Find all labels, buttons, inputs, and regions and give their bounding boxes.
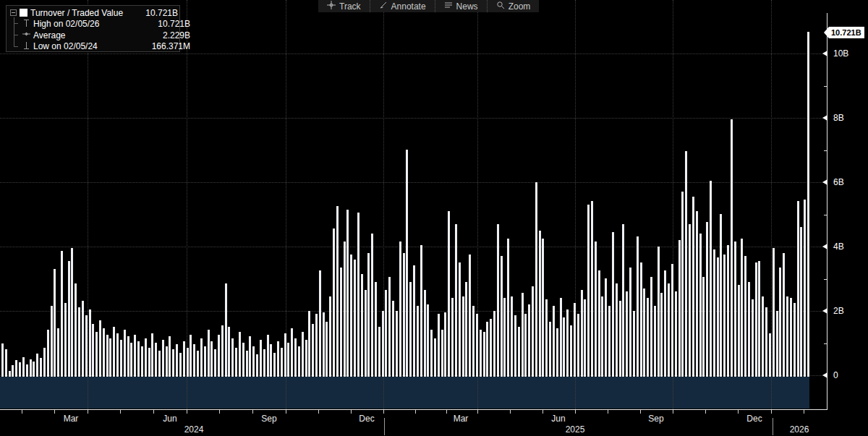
bar [183, 341, 185, 377]
bar [246, 351, 248, 377]
chart-toolbar: Track Annotate News Zoom [318, 0, 539, 12]
bar [511, 296, 513, 377]
bar [40, 358, 42, 377]
bar [710, 181, 712, 377]
legend-row-series[interactable]: Turnover / Traded Value 10.721B [7, 7, 183, 18]
bar [472, 306, 475, 377]
tree-expander-icon[interactable] [10, 8, 17, 18]
x-tick [351, 410, 352, 414]
bar [263, 349, 265, 377]
x-tick [673, 410, 673, 414]
bar [752, 299, 754, 377]
bars-layer[interactable] [0, 0, 810, 377]
annotate-button[interactable]: Annotate [370, 0, 435, 12]
bar [323, 312, 325, 377]
bar [378, 327, 380, 377]
average-marker-icon [22, 30, 30, 40]
bar [214, 349, 216, 377]
bar [43, 348, 46, 377]
year-separator [384, 418, 385, 435]
bar [158, 351, 161, 377]
bar [462, 296, 464, 377]
bar [717, 257, 719, 377]
legend-series-value: 10.721B [145, 8, 183, 18]
plot-area[interactable] [0, 0, 827, 409]
bar [779, 268, 781, 377]
bar [507, 239, 509, 377]
bar [563, 317, 565, 377]
bar [584, 299, 586, 377]
track-button[interactable]: Track [318, 0, 370, 12]
bar [260, 340, 262, 377]
x-tick [705, 410, 706, 414]
zoom-icon [496, 1, 505, 12]
bar [633, 311, 635, 377]
bar [228, 327, 230, 377]
bar [640, 262, 642, 377]
bar [427, 304, 429, 377]
bar [671, 264, 673, 377]
bar [22, 357, 25, 377]
bar [281, 348, 283, 377]
bar [420, 245, 422, 377]
bar [622, 224, 624, 377]
news-button[interactable]: News [435, 0, 487, 12]
bar [660, 293, 663, 377]
bar [298, 346, 300, 377]
bar [197, 351, 199, 377]
bar [619, 301, 621, 377]
year-separator [773, 418, 773, 435]
bar [15, 360, 17, 377]
bar [176, 344, 178, 377]
y-minor-tick [824, 86, 827, 87]
bar [82, 301, 84, 377]
bar [637, 236, 639, 377]
bar [804, 200, 806, 377]
x-month-label: Sep [261, 414, 276, 424]
bar [626, 291, 628, 377]
bar [713, 249, 715, 377]
y-minor-tick [824, 215, 827, 215]
zoom-button[interactable]: Zoom [487, 0, 540, 12]
annotate-label: Annotate [391, 1, 426, 12]
bar [291, 328, 293, 377]
bar [744, 256, 746, 377]
bar [413, 265, 415, 377]
x-year-label: 2024 [184, 424, 204, 435]
bar [797, 201, 799, 377]
bar [64, 303, 67, 377]
bar [476, 314, 478, 377]
legend-row-average: Average 2.229B [7, 30, 195, 40]
bar [699, 234, 702, 377]
bar [9, 371, 11, 377]
bar [765, 307, 767, 377]
bar [78, 307, 80, 377]
x-tick [187, 410, 187, 414]
bar [493, 311, 495, 377]
bar [591, 201, 593, 377]
bar [51, 306, 53, 377]
bar [595, 241, 597, 377]
bar [273, 353, 276, 377]
bar [469, 255, 471, 377]
bar [57, 328, 59, 377]
bar [68, 261, 70, 377]
x-tick [252, 410, 253, 414]
lower-band [0, 377, 809, 409]
bar [365, 290, 367, 377]
bar [294, 338, 297, 377]
bar [12, 365, 14, 377]
bar [409, 282, 412, 377]
bar [587, 205, 590, 377]
bar [741, 239, 743, 377]
bar [668, 283, 670, 377]
y-tick-arrow [822, 372, 827, 378]
bar [647, 298, 649, 377]
bar [319, 270, 321, 377]
bar [218, 335, 220, 377]
bar [231, 338, 234, 377]
bar [204, 346, 206, 377]
bar [124, 330, 126, 377]
x-tick [88, 410, 88, 414]
bar [738, 285, 740, 377]
